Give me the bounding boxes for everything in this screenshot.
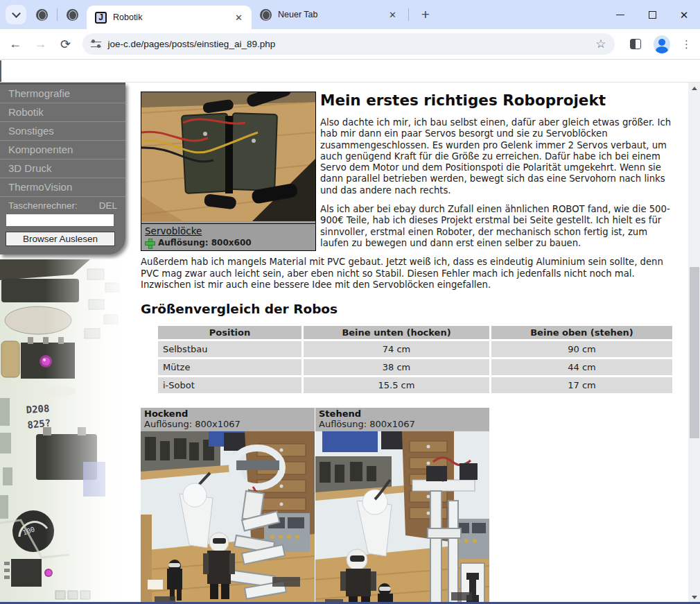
table-header-row: Position Beine unten (hocken) Beine oben… — [158, 326, 672, 339]
photo-caption: Stehend Auflösung: 800x1067 — [315, 408, 489, 431]
back-button[interactable]: ← — [6, 34, 25, 55]
column-header: Beine oben (stehen) — [491, 326, 672, 339]
photo-caption: Hockend Auflösung: 800x1067 — [141, 408, 315, 431]
scroll-down-button[interactable] — [688, 592, 700, 602]
tab-search-button[interactable] — [6, 5, 26, 24]
window-edge — [0, 60, 1, 82]
photo-title: Stehend — [319, 408, 486, 419]
scroll-up-button[interactable] — [688, 83, 700, 94]
globe-icon[interactable] — [67, 9, 78, 21]
cell-value: 38 cm — [304, 359, 489, 375]
servobloecke-link[interactable]: Servoblöcke — [145, 225, 202, 236]
cell-position: i-Sobot — [158, 377, 301, 393]
cell-value: 17 cm — [491, 377, 672, 393]
cell-value: 74 cm — [304, 341, 489, 357]
cell-value: 15.5 cm — [304, 377, 489, 393]
web-page: Thermografie Robotik Sonstiges Komponent… — [0, 82, 700, 602]
site-sidebar: Thermografie Robotik Sonstiges Komponent… — [0, 83, 125, 254]
cell-position: Selbstbau — [158, 341, 301, 357]
photo-hockend[interactable]: Hockend Auflösung: 800x1067 — [141, 408, 315, 602]
column-header: Position — [158, 326, 301, 339]
sidebar-item-sonstiges[interactable]: Sonstiges — [0, 122, 125, 141]
robot-photo-pair: Hockend Auflösung: 800x1067 — [141, 408, 489, 602]
servo-image-caption: Servoblöcke Auflösung: 800x600 — [141, 223, 315, 250]
close-tab-icon[interactable]: ✕ — [387, 9, 399, 21]
url-text[interactable]: joe-c.de/pages/posts/einstieg_ai_89.php — [108, 39, 596, 49]
table-row: Mütze 38 cm 44 cm — [158, 359, 672, 375]
stehend-photo[interactable] — [315, 431, 489, 602]
sidebar-item-thermografie[interactable]: Thermografie — [0, 85, 125, 103]
globe-icon — [260, 9, 272, 21]
sidebar-item-thermovision[interactable]: ThermoVision — [0, 178, 125, 197]
calculator-input[interactable] — [6, 214, 114, 227]
address-bar[interactable]: joe-c.de/pages/posts/einstieg_ai_89.php … — [82, 33, 615, 55]
photo-stehend[interactable]: Stehend Auflösung: 800x1067 — [315, 408, 489, 602]
forward-button[interactable]: → — [30, 34, 50, 55]
resolution-label: Auflösung: 800x600 — [158, 238, 252, 248]
pinned-tabs — [36, 8, 78, 21]
reload-button[interactable]: ⟳ — [55, 34, 75, 55]
sidebar-item-komponenten[interactable]: Komponenten — [0, 141, 125, 159]
minimize-icon — [616, 15, 624, 15]
side-panel-icon[interactable] — [630, 39, 641, 49]
pcb-background-image: D208 825? 100 — [0, 259, 129, 602]
minimize-button[interactable] — [604, 0, 636, 29]
triangle-up-icon — [692, 87, 697, 90]
bookmark-star-icon[interactable]: ☆ — [595, 37, 606, 51]
zoom-plus-icon[interactable] — [145, 239, 154, 248]
servo-photo[interactable] — [141, 92, 315, 221]
paragraph-3: Außerdem hab ich mangels Material mit PV… — [141, 257, 677, 291]
window-controls: ✕ — [604, 0, 700, 29]
servo-image-block[interactable]: Servoblöcke Auflösung: 800x600 — [141, 92, 316, 251]
table-row: i-Sobot 15.5 cm 17 cm — [158, 377, 672, 393]
browser-toolbar: ← → ⟳ joe-c.de/pages/posts/einstieg_ai_8… — [0, 29, 700, 60]
profile-avatar[interactable] — [654, 35, 670, 53]
maximize-icon — [649, 11, 656, 19]
new-tab-button[interactable]: + — [416, 5, 435, 24]
browser-auslesen-button[interactable]: Browser Auslesen — [6, 232, 115, 246]
site-favicon-icon: J — [95, 12, 107, 24]
close-icon: ✕ — [680, 10, 689, 20]
column-header: Beine unten (hocken) — [304, 326, 489, 339]
photo-title: Hockend — [144, 408, 311, 419]
cell-value: 90 cm — [491, 341, 672, 357]
tab-separator — [57, 8, 58, 21]
tab-strip: J Robotik ✕ Neuer Tab ✕ + ✕ — [0, 0, 700, 29]
calculator-del-button[interactable]: DEL — [99, 200, 117, 211]
cell-position: Mütze — [158, 359, 301, 375]
person-icon — [658, 39, 665, 46]
table-row: Selbstbau 74 cm 90 cm — [158, 341, 672, 357]
scrollbar-thumb[interactable] — [690, 267, 699, 438]
close-tab-icon[interactable]: ✕ — [233, 12, 245, 24]
tab-title: Neuer Tab — [278, 10, 387, 19]
tab-title: Robotik — [113, 12, 233, 22]
triangle-down-icon — [692, 596, 697, 599]
section-title-comparison: Größenvergleich der Robos — [141, 302, 683, 316]
sidebar-item-3d-druck[interactable]: 3D Druck — [0, 159, 125, 178]
calculator-row: Taschenrechner: DEL — [0, 197, 125, 212]
size-comparison-table: Position Beine unten (hocken) Beine oben… — [156, 324, 674, 395]
tab-separator — [408, 8, 409, 21]
sidebar-item-robotik[interactable]: Robotik — [0, 103, 125, 122]
calculator-label: Taschenrechner: — [8, 200, 78, 211]
tab-neuer-tab[interactable]: Neuer Tab ✕ — [252, 3, 405, 26]
globe-icon[interactable] — [36, 9, 48, 21]
maximize-button[interactable] — [636, 0, 668, 29]
cell-value: 44 cm — [491, 359, 672, 375]
tab-robotik[interactable]: J Robotik ✕ — [87, 6, 252, 29]
chevron-down-icon — [12, 9, 21, 18]
article: Servoblöcke Auflösung: 800x600 Mein erst… — [141, 83, 683, 602]
hockend-photo[interactable] — [141, 431, 315, 602]
photo-resolution: Auflösung: 800x1067 — [319, 419, 486, 429]
page-scrollbar[interactable] — [688, 83, 700, 602]
photo-resolution: Auflösung: 800x1067 — [144, 419, 311, 429]
site-info-icon[interactable] — [91, 40, 101, 49]
menu-kebab-icon[interactable]: ⋮ — [681, 38, 692, 51]
close-window-button[interactable]: ✕ — [668, 0, 700, 29]
